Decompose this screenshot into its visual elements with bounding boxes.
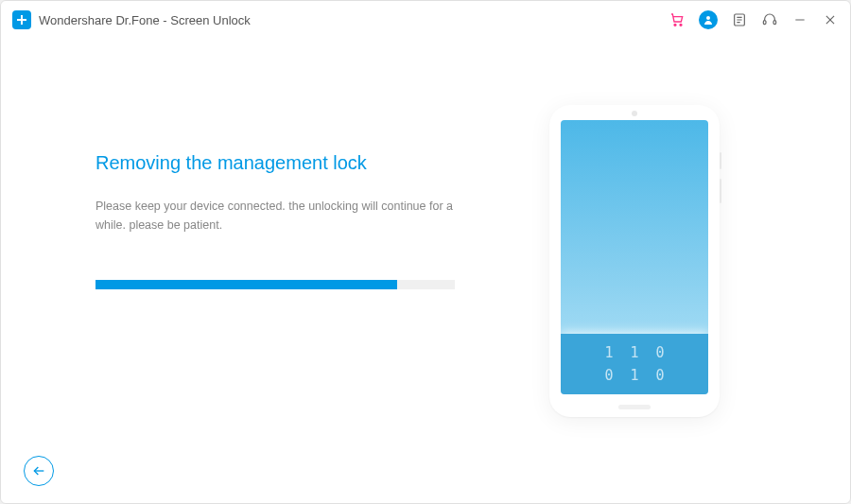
illustration-pane: 110 010 [512, 96, 757, 503]
status-heading: Removing the management lock [96, 152, 512, 174]
phone-side-button-icon [720, 179, 721, 203]
progress-bar [96, 280, 455, 289]
arrow-left-icon [31, 463, 46, 478]
titlebar: Wondershare Dr.Fone - Screen Unlock [1, 1, 850, 39]
app-title: Wondershare Dr.Fone - Screen Unlock [39, 13, 251, 27]
titlebar-left: Wondershare Dr.Fone - Screen Unlock [12, 10, 251, 29]
phone-side-button-icon [720, 152, 721, 169]
app-window: Wondershare Dr.Fone - Screen Unlock [0, 0, 851, 504]
close-button[interactable] [822, 11, 839, 28]
app-logo-icon [12, 10, 31, 29]
status-subtext: Please keep your device connected. the u… [96, 197, 474, 235]
progress-fill [96, 280, 397, 289]
svg-point-0 [674, 24, 676, 26]
svg-rect-8 [773, 21, 776, 25]
support-icon[interactable] [761, 11, 778, 28]
phone-illustration: 110 010 [549, 105, 720, 417]
svg-rect-7 [763, 21, 766, 25]
account-icon[interactable] [699, 10, 718, 29]
svg-point-1 [680, 24, 682, 26]
titlebar-right [669, 10, 839, 29]
content-area: Removing the management lock Please keep… [1, 39, 850, 503]
keypad-row: 110 [604, 341, 681, 364]
phone-screen: 110 010 [561, 120, 708, 394]
phone-keypad: 110 010 [561, 334, 708, 394]
svg-point-2 [706, 16, 710, 20]
minimize-button[interactable] [791, 11, 808, 28]
cart-icon[interactable] [669, 11, 686, 28]
back-button[interactable] [24, 456, 54, 486]
keypad-row: 010 [604, 364, 681, 387]
status-pane: Removing the management lock Please keep… [96, 96, 512, 503]
feedback-icon[interactable] [731, 11, 748, 28]
